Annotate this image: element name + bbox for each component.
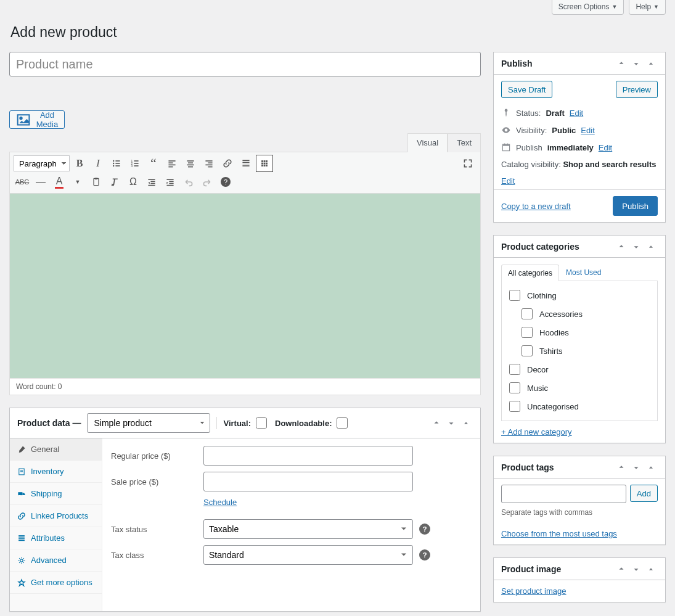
box-down-icon[interactable] xyxy=(629,461,643,474)
box-toggle-icon[interactable] xyxy=(644,461,658,474)
box-toggle-icon[interactable] xyxy=(644,562,658,576)
pd-tab-linked[interactable]: Linked Products xyxy=(10,505,102,527)
redo-button[interactable] xyxy=(198,173,216,191)
downloadable-checkbox[interactable] xyxy=(337,417,348,429)
svg-rect-43 xyxy=(148,185,155,186)
box-toggle-icon[interactable] xyxy=(459,416,473,430)
align-left-button[interactable] xyxy=(163,155,181,172)
cat-checkbox[interactable] xyxy=(522,308,533,319)
fullscreen-button[interactable] xyxy=(459,155,477,172)
box-toggle-icon[interactable] xyxy=(644,240,658,253)
tax-status-select[interactable]: Taxable xyxy=(203,519,413,539)
product-type-select[interactable]: Simple product xyxy=(87,413,210,433)
undo-button[interactable] xyxy=(180,173,197,191)
pd-tab-attributes[interactable]: Attributes xyxy=(10,527,102,549)
save-draft-button[interactable]: Save Draft xyxy=(501,81,552,98)
outdent-button[interactable] xyxy=(143,173,160,191)
strikethrough-button[interactable]: ABC xyxy=(14,173,31,191)
cat-checkbox[interactable] xyxy=(509,290,520,301)
product-name-input[interactable] xyxy=(9,52,481,76)
format-select[interactable]: Paragraph xyxy=(14,155,70,171)
cat-item-hoodies[interactable]: Hoodies xyxy=(519,323,652,342)
cat-item-clothing[interactable]: Clothing xyxy=(507,286,652,305)
tab-text[interactable]: Text xyxy=(448,133,481,152)
pd-tab-shipping[interactable]: Shipping xyxy=(10,483,102,505)
paste-text-button[interactable] xyxy=(88,173,105,191)
pd-tab-general[interactable]: General xyxy=(10,438,102,461)
cat-checkbox[interactable] xyxy=(509,382,520,393)
help-icon[interactable]: ? xyxy=(419,524,430,535)
pd-tab-get-more[interactable]: Get more options xyxy=(10,572,102,594)
text-color-menu-button[interactable]: ▼ xyxy=(69,173,86,191)
sale-price-input[interactable] xyxy=(203,472,413,491)
virtual-checkbox-wrap[interactable]: Virtual: xyxy=(223,416,269,430)
edit-catalog-link[interactable]: Edit xyxy=(501,176,658,186)
clear-formatting-button[interactable] xyxy=(106,173,123,191)
numbered-list-button[interactable]: 123 xyxy=(126,155,144,172)
cat-item-music[interactable]: Music xyxy=(507,379,652,397)
hr-button[interactable]: — xyxy=(32,173,49,191)
help-icon[interactable]: ? xyxy=(419,549,430,561)
text-color-button[interactable]: A xyxy=(51,173,68,191)
add-media-button[interactable]: Add Media xyxy=(9,110,65,129)
pd-tab-inventory[interactable]: Inventory xyxy=(10,461,102,483)
help-button-editor[interactable]: ? xyxy=(217,173,234,191)
cat-checkbox[interactable] xyxy=(509,364,520,375)
pd-tab-advanced[interactable]: Advanced xyxy=(10,549,102,572)
edit-publish-link[interactable]: Edit xyxy=(599,143,612,152)
regular-price-input[interactable] xyxy=(203,446,413,466)
box-up-icon[interactable] xyxy=(615,461,628,474)
box-up-icon[interactable] xyxy=(615,562,628,576)
box-up-icon[interactable] xyxy=(430,416,443,430)
align-center-button[interactable] xyxy=(182,155,199,172)
svg-rect-34 xyxy=(266,163,268,165)
virtual-checkbox[interactable] xyxy=(256,417,267,429)
box-down-icon[interactable] xyxy=(629,57,643,70)
svg-rect-27 xyxy=(242,164,249,165)
box-up-icon[interactable] xyxy=(615,57,628,70)
downloadable-checkbox-wrap[interactable]: Downloadable: xyxy=(275,416,350,430)
toolbar-toggle-button[interactable] xyxy=(256,155,273,172)
tax-class-select[interactable]: Standard xyxy=(203,545,413,565)
box-down-icon[interactable] xyxy=(444,416,458,430)
choose-tags-link[interactable]: Choose from the most used tags xyxy=(501,529,658,538)
cat-tab-all[interactable]: All categories xyxy=(501,265,559,281)
align-right-button[interactable] xyxy=(200,155,218,172)
publish-button[interactable]: Publish xyxy=(613,196,658,216)
svg-rect-24 xyxy=(208,166,212,168)
cat-checkbox[interactable] xyxy=(522,327,533,338)
cat-item-tshirts[interactable]: Tshirts xyxy=(519,342,652,360)
box-up-icon[interactable] xyxy=(615,240,628,253)
bold-button[interactable]: B xyxy=(71,155,88,172)
add-tag-button[interactable]: Add xyxy=(630,485,658,502)
editor-canvas[interactable] xyxy=(9,194,481,379)
readmore-button[interactable] xyxy=(237,155,255,172)
cat-item-accessories[interactable]: Accessories xyxy=(519,305,652,323)
box-toggle-icon[interactable] xyxy=(644,57,658,70)
italic-button[interactable]: I xyxy=(89,155,107,172)
preview-button[interactable]: Preview xyxy=(616,81,658,98)
edit-status-link[interactable]: Edit xyxy=(570,109,583,118)
link-button[interactable] xyxy=(219,155,236,172)
help-button[interactable]: Help ▼ xyxy=(629,0,666,15)
cat-item-decor[interactable]: Decor xyxy=(507,360,652,379)
edit-visibility-link[interactable]: Edit xyxy=(581,126,594,135)
cat-tab-most[interactable]: Most Used xyxy=(559,264,608,281)
box-down-icon[interactable] xyxy=(629,562,643,576)
schedule-link[interactable]: Schedule xyxy=(203,498,237,507)
svg-rect-49 xyxy=(20,470,23,470)
indent-button[interactable] xyxy=(162,173,179,191)
bullet-list-button[interactable] xyxy=(108,155,125,172)
add-category-link[interactable]: + Add new category xyxy=(501,427,572,437)
box-down-icon[interactable] xyxy=(629,240,643,253)
cat-checkbox[interactable] xyxy=(509,401,520,412)
cat-item-uncategorised[interactable]: Uncategorised xyxy=(507,397,652,416)
copy-draft-link[interactable]: Copy to a new draft xyxy=(501,202,571,211)
blockquote-button[interactable]: “ xyxy=(145,155,162,172)
special-char-button[interactable]: Ω xyxy=(125,173,142,191)
tag-input[interactable] xyxy=(501,485,626,503)
cat-checkbox[interactable] xyxy=(522,345,533,356)
tab-visual[interactable]: Visual xyxy=(407,133,448,152)
screen-options-button[interactable]: Screen Options ▼ xyxy=(552,0,624,15)
set-product-image-link[interactable]: Set product image xyxy=(501,586,567,596)
